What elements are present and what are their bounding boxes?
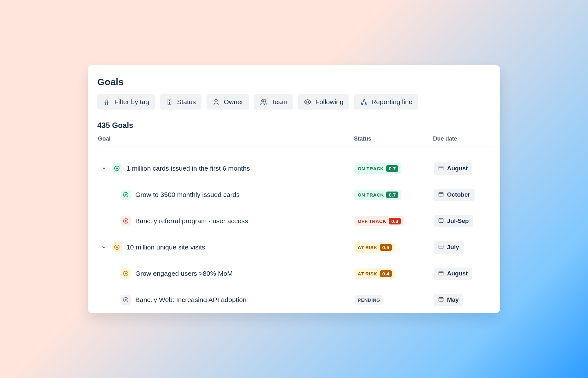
filter-reporting[interactable]: Reporting line: [354, 94, 418, 110]
status-label: OFF TRACK: [358, 218, 386, 224]
target-icon: [121, 268, 131, 279]
status-score: 0.5: [380, 244, 392, 251]
due-date-chip[interactable]: August: [434, 268, 472, 280]
goal-cell: Banc.ly Web: Increasing API adoption: [97, 295, 351, 305]
filter-team[interactable]: Team: [254, 94, 293, 110]
filter-label: Following: [315, 98, 343, 106]
filter-label: Reporting line: [371, 98, 412, 106]
col-goal: Goal: [98, 135, 351, 142]
due-date-chip[interactable]: August: [434, 162, 472, 175]
calendar-icon: [438, 191, 444, 198]
due-date-label: May: [447, 296, 459, 303]
goals-table-body: 1 million cards issued in the first 6 mo…: [97, 147, 491, 313]
goal-row[interactable]: 10 million unique site visitsAT RISK0.5J…: [97, 234, 491, 261]
filter-tag[interactable]: Filter by tag: [97, 94, 155, 110]
status-cell: AT RISK0.4: [355, 268, 431, 279]
status-score: 0.4: [380, 270, 392, 277]
users-icon: [260, 98, 267, 106]
goal-row[interactable]: 1 million cards issued in the first 6 mo…: [97, 155, 491, 182]
goal-row[interactable]: Banc.ly Web: Increasing API adoptionPEND…: [97, 287, 491, 313]
due-cell: May: [434, 294, 491, 306]
status-badge[interactable]: PENDING: [355, 295, 383, 305]
calendar-icon: [438, 217, 444, 225]
status-icon: [166, 98, 173, 106]
eye-icon: [304, 98, 311, 106]
goals-count: 435 Goals: [97, 121, 491, 130]
due-date-chip[interactable]: Jul-Sep: [434, 215, 473, 227]
goal-title: Grow to 3500 monthly issued cards: [135, 191, 240, 198]
due-date-label: October: [447, 191, 470, 198]
target-icon: [112, 163, 122, 173]
goal-title: Banc.ly Web: Increasing API adoption: [135, 296, 246, 304]
status-badge[interactable]: ON TRACK0.7: [355, 163, 401, 174]
due-date-chip[interactable]: May: [434, 294, 463, 306]
goal-title: Grow engaged users >80% MoM: [135, 270, 233, 277]
goal-row[interactable]: Grow to 3500 monthly issued cardsON TRAC…: [97, 182, 491, 208]
col-status: Status: [354, 135, 430, 142]
due-date-chip[interactable]: July: [434, 241, 463, 254]
hash-icon: [103, 98, 111, 106]
goal-cell: Grow to 3500 monthly issued cards: [97, 190, 351, 200]
due-date-label: July: [447, 244, 459, 251]
due-date-label: August: [447, 165, 468, 172]
due-date-label: August: [447, 270, 468, 277]
target-icon: [121, 295, 131, 305]
goal-title: Banc.ly referral program - user access: [135, 217, 248, 225]
status-score: 0.7: [386, 192, 398, 198]
filter-label: Filter by tag: [114, 98, 149, 106]
goal-title: 1 million cards issued in the first 6 mo…: [126, 165, 250, 172]
goal-cell: Banc.ly referral program - user access: [97, 216, 351, 226]
status-label: ON TRACK: [358, 166, 384, 171]
goal-row[interactable]: Banc.ly referral program - user accessOF…: [97, 208, 491, 234]
calendar-icon: [438, 270, 444, 277]
goal-title: 10 million unique site visits: [126, 243, 205, 251]
goal-row[interactable]: Grow engaged users >80% MoMAT RISK0.4Aug…: [97, 261, 491, 287]
page-title: Goals: [97, 77, 491, 87]
target-icon: [112, 242, 122, 252]
calendar-icon: [438, 165, 444, 172]
calendar-icon: [438, 296, 444, 304]
target-icon: [121, 190, 131, 200]
chevron-down-icon[interactable]: [100, 165, 107, 172]
chevron-down-icon[interactable]: [100, 244, 107, 251]
status-label: ON TRACK: [358, 192, 384, 198]
status-cell: OFF TRACK0.3: [355, 216, 431, 226]
table-header: Goal Status Due date: [97, 135, 491, 147]
status-cell: AT RISK0.5: [355, 242, 431, 253]
due-cell: July: [434, 241, 491, 254]
status-label: AT RISK: [358, 245, 377, 250]
filter-label: Status: [177, 98, 196, 106]
due-cell: August: [434, 268, 491, 280]
status-badge[interactable]: OFF TRACK0.3: [355, 216, 404, 226]
filter-status[interactable]: Status: [160, 94, 202, 110]
goal-cell: 1 million cards issued in the first 6 mo…: [97, 163, 351, 173]
due-cell: Jul-Sep: [434, 215, 491, 227]
status-badge[interactable]: AT RISK0.4: [355, 268, 395, 279]
goal-cell: Grow engaged users >80% MoM: [97, 268, 351, 279]
due-date-chip[interactable]: October: [434, 189, 475, 201]
filter-label: Owner: [224, 98, 243, 106]
status-cell: ON TRACK0.7: [355, 190, 431, 200]
status-badge[interactable]: ON TRACK0.7: [355, 190, 401, 200]
filter-following[interactable]: Following: [298, 94, 349, 110]
status-score: 0.7: [386, 165, 398, 172]
due-cell: October: [434, 189, 491, 201]
col-due: Due date: [433, 135, 490, 142]
filter-label: Team: [271, 98, 287, 106]
hierarchy-icon: [360, 98, 368, 106]
filter-bar: Filter by tagStatusOwnerTeamFollowingRep…: [97, 94, 491, 110]
status-badge[interactable]: AT RISK0.5: [355, 242, 395, 253]
due-cell: August: [434, 162, 491, 175]
due-date-label: Jul-Sep: [447, 217, 469, 224]
status-label: AT RISK: [358, 271, 377, 276]
user-icon: [212, 98, 220, 106]
status-score: 0.3: [389, 218, 401, 224]
calendar-icon: [438, 244, 444, 251]
goal-cell: 10 million unique site visits: [97, 242, 351, 252]
filter-owner[interactable]: Owner: [207, 94, 249, 110]
target-icon: [121, 216, 131, 226]
status-cell: ON TRACK0.7: [355, 163, 431, 174]
goals-panel: Goals Filter by tagStatusOwnerTeamFollow…: [88, 65, 500, 313]
status-cell: PENDING: [355, 295, 431, 305]
status-label: PENDING: [358, 297, 380, 303]
